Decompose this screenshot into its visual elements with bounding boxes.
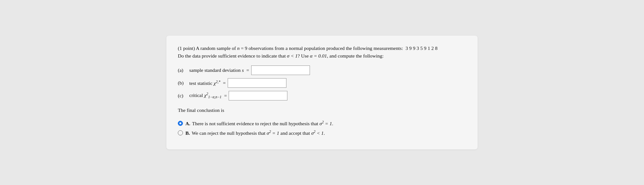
option-b-text: B. We can reject the null hypothesis tha… (185, 130, 325, 136)
part-b-description: test statistic χ2,* (189, 80, 220, 86)
option-b-radio[interactable] (178, 130, 183, 135)
intro-paragraph: (1 point) A random sample of n = 9 obser… (178, 45, 466, 60)
option-b-row[interactable]: B. We can reject the null hypothesis tha… (178, 130, 466, 136)
part-a-label: (a) (178, 67, 189, 73)
final-conclusion-label: The final conclustion is (178, 107, 466, 113)
part-c-input[interactable] (229, 91, 287, 100)
part-c-description: critical χ21−α,n−1 (189, 92, 222, 99)
part-a-input[interactable] (251, 65, 310, 75)
part-c-label: (c) (178, 93, 189, 99)
part-b-label: (b) (178, 80, 189, 86)
part-b-row: (b) test statistic χ2,* = (178, 78, 466, 88)
answer-options: A. There is not sufficient evidence to r… (178, 120, 466, 136)
intro-line2: Do the data provide sufficient evidence … (178, 53, 384, 58)
part-c-row: (c) critical χ21−α,n−1 = (178, 91, 466, 100)
option-a-text: A. There is not sufficient evidence to r… (185, 120, 333, 127)
part-a-row: (a) sample standard deviation s = (178, 65, 466, 75)
intro-line1: (1 point) A random sample of n = 9 obser… (178, 45, 438, 51)
option-a-radio[interactable] (178, 121, 183, 126)
part-b-input[interactable] (228, 78, 286, 88)
option-a-row[interactable]: A. There is not sufficient evidence to r… (178, 120, 466, 127)
part-a-description: sample standard deviation s (189, 67, 244, 73)
question-card: (1 point) A random sample of n = 9 obser… (166, 36, 478, 149)
